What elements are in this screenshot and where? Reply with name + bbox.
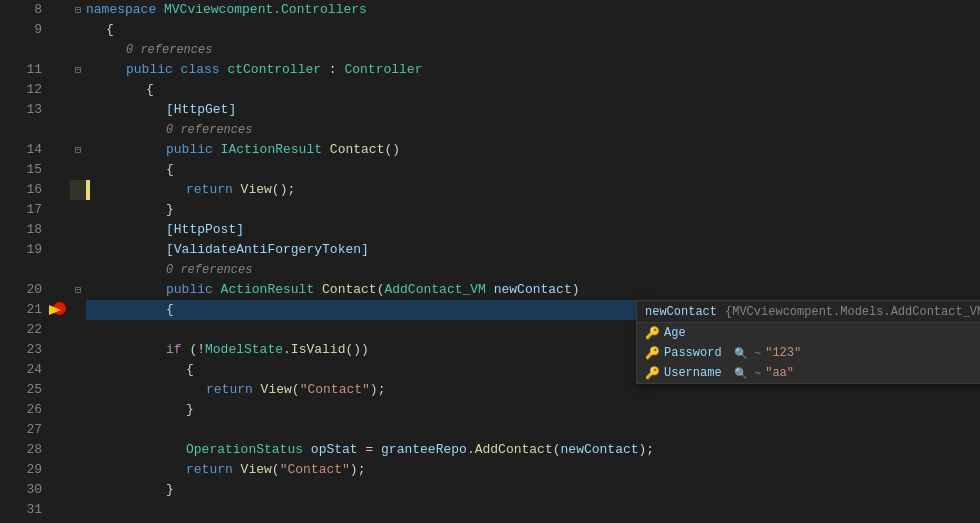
debug-popup-row-age[interactable]: 🔑 Age (637, 323, 980, 343)
code-line-18: [HttpPost] (86, 220, 980, 240)
debug-popup-row-password[interactable]: 🔑 Password 🔍 ~ "123" (637, 343, 980, 363)
code-editor: 8 9 11 12 13 14 15 16 17 18 19 20 21 22 … (0, 0, 980, 523)
debug-field-icon-username: 🔑 (645, 366, 660, 381)
collapse-column: ⊟ ⊟ ⊟ ⊟ (70, 0, 86, 523)
debug-popup[interactable]: newContact {MVCviewcompent.Models.AddCon… (636, 300, 980, 384)
code-line-8: namespace MVCviewcompent.Controllers (86, 0, 980, 20)
collapse-marker-8[interactable]: ⊟ (75, 4, 81, 16)
code-line-14: public IActionResult Contact() (86, 140, 980, 160)
code-line-29: return View("Contact"); (86, 460, 980, 480)
line-numbers: 8 9 11 12 13 14 15 16 17 18 19 20 21 22 … (0, 0, 50, 523)
code-line-27 (86, 420, 980, 440)
code-line-26: } (86, 400, 980, 420)
debug-field-value-username: "aa" (765, 366, 794, 380)
collapse-marker-20[interactable]: ⊟ (75, 284, 81, 296)
code-line-16: return View(); (86, 180, 980, 200)
code-line-17: } (86, 200, 980, 220)
debug-field-expand-username: 🔍 ~ (734, 367, 761, 380)
debug-field-icon-password: 🔑 (645, 346, 660, 361)
code-line-12: { (86, 80, 980, 100)
debug-field-value-password: "123" (765, 346, 801, 360)
code-line-28: OperationStatus opStat = granteeRepo.Add… (86, 440, 980, 460)
collapse-marker-11[interactable]: ⊟ (75, 64, 81, 76)
code-line-13: [HttpGet] (86, 100, 980, 120)
code-content: namespace MVCviewcompent.Controllers { 0… (86, 0, 980, 523)
debug-field-expand-password: 🔍 ~ (734, 347, 761, 360)
code-ref-10: 0 references (86, 40, 980, 60)
code-line-19: [ValidateAntiForgeryToken] (86, 240, 980, 260)
debug-popup-type: {MVCviewcompent.Models.AddContact_VM} (725, 305, 980, 319)
code-line-15: { (86, 160, 980, 180)
debug-field-icon-age: 🔑 (645, 326, 660, 341)
current-line-arrow (49, 305, 61, 315)
code-line-11: public class ctController : Controller (86, 60, 980, 80)
debug-field-name-username: Username (664, 366, 734, 380)
left-indicator-panel (50, 0, 70, 523)
debug-field-name-age: Age (664, 326, 734, 340)
collapse-marker-14[interactable]: ⊟ (75, 144, 81, 156)
code-line-20: public ActionResult Contact(AddContact_V… (86, 280, 980, 300)
debug-popup-header: newContact {MVCviewcompent.Models.AddCon… (637, 301, 980, 323)
code-ref-13b: 0 references (86, 120, 980, 140)
code-line-30: } (86, 480, 980, 500)
debug-popup-row-username[interactable]: 🔑 Username 🔍 ~ "aa" (637, 363, 980, 383)
code-ref-20: 0 references (86, 260, 980, 280)
code-line-9: { (86, 20, 980, 40)
debug-popup-title: newContact (645, 305, 717, 319)
debug-field-name-password: Password (664, 346, 734, 360)
code-line-31 (86, 500, 980, 520)
